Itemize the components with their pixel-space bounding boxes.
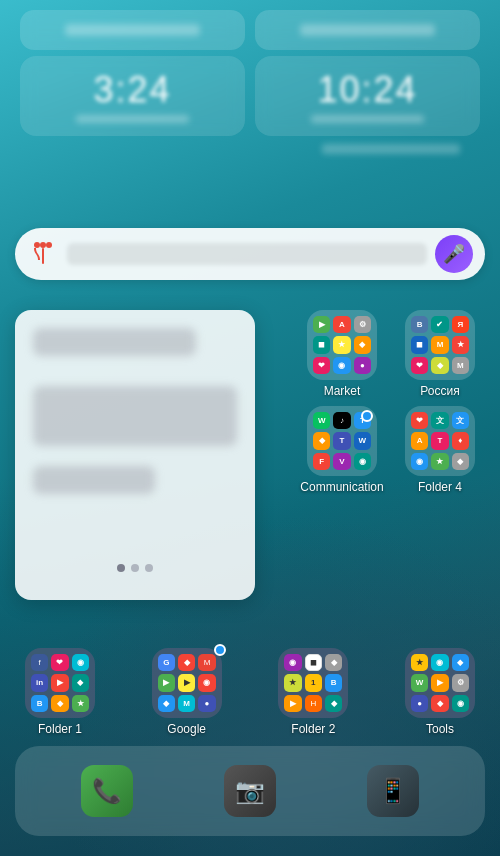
folder-1[interactable]: f ❤ ◉ in ▶ ◆ B ◆ ★ Folder 1 bbox=[15, 648, 105, 736]
clock-label-left bbox=[76, 115, 189, 123]
svg-rect-3 bbox=[42, 248, 44, 264]
dock-phone-icon: 📞 bbox=[81, 765, 133, 817]
folder-russia[interactable]: В ✔ Я ◼ М ★ ❤ ◆ М Россия bbox=[395, 310, 485, 398]
dot-3 bbox=[145, 564, 153, 572]
dot-1 bbox=[117, 564, 125, 572]
blurred-mid bbox=[33, 386, 237, 446]
folder-1-label: Folder 1 bbox=[38, 722, 82, 736]
top-widgets-area: 3:24 10:24 bbox=[0, 0, 500, 220]
card-dots bbox=[33, 564, 237, 582]
widget-row-top bbox=[20, 10, 480, 50]
dock-item-camera[interactable]: 📷 bbox=[224, 765, 276, 817]
notification-dot bbox=[361, 410, 373, 422]
folder-1-icon: f ❤ ◉ in ▶ ◆ B ◆ ★ bbox=[25, 648, 95, 718]
bottom-folders: f ❤ ◉ in ▶ ◆ B ◆ ★ Folder 1 G ◆ M ▶ ▶ ◉ … bbox=[15, 648, 485, 736]
widget-text-blur2 bbox=[300, 24, 435, 36]
folder-tools-icon: ★ ◉ ◆ W ▶ ⚙ ● ◆ ◉ bbox=[405, 648, 475, 718]
clock-left: 3:24 bbox=[20, 56, 245, 136]
folder-2-icon: ◉ ◼ ◆ ★ 1 B ▶ H ◆ bbox=[278, 648, 348, 718]
app-icon-fork bbox=[27, 238, 59, 270]
svg-point-1 bbox=[40, 242, 46, 248]
folder-communication-label: Communication bbox=[300, 480, 383, 494]
folder-communication-icon: W ♪ T ◆ T W F V ◉ bbox=[307, 406, 377, 476]
folder-market-label: Market bbox=[324, 384, 361, 398]
folder-tools-label: Tools bbox=[426, 722, 454, 736]
svg-point-2 bbox=[46, 242, 52, 248]
folder-communication[interactable]: W ♪ T ◆ T W F V ◉ Communication bbox=[297, 406, 387, 494]
mic-button[interactable]: 🎤 bbox=[435, 235, 473, 273]
dock-item-phone[interactable]: 📞 bbox=[81, 765, 133, 817]
search-bar[interactable]: 🎤 bbox=[15, 228, 485, 280]
widget-text-blur bbox=[65, 24, 200, 36]
dock-phone2-icon: 📱 bbox=[367, 765, 419, 817]
blurred-title bbox=[33, 328, 196, 356]
dock-item-phone-2[interactable]: 📱 bbox=[367, 765, 419, 817]
folder-google-icon: G ◆ M ▶ ▶ ◉ ◆ M ● bbox=[152, 648, 222, 718]
folder-tools[interactable]: ★ ◉ ◆ W ▶ ⚙ ● ◆ ◉ Tools bbox=[395, 648, 485, 736]
folder-4-label: Folder 4 bbox=[418, 480, 462, 494]
folder-russia-icon: В ✔ Я ◼ М ★ ❤ ◆ М bbox=[405, 310, 475, 380]
dock-camera-icon: 📷 bbox=[224, 765, 276, 817]
search-input[interactable] bbox=[67, 243, 427, 265]
clock-row: 3:24 10:24 bbox=[20, 56, 480, 136]
folder-2[interactable]: ◉ ◼ ◆ ★ 1 B ▶ H ◆ Folder 2 bbox=[268, 648, 358, 736]
folder-market-icon: ▶ A ⚙ ◼ ★ ◆ ❤ ◉ ● bbox=[307, 310, 377, 380]
svg-point-0 bbox=[34, 242, 40, 248]
folder-russia-label: Россия bbox=[420, 384, 459, 398]
widget-right bbox=[255, 10, 480, 50]
dock: 📞 📷 📱 bbox=[15, 746, 485, 836]
folder-4-icon: ❤ 文 文 A T ♦ ◉ ★ ◆ bbox=[405, 406, 475, 476]
folder-google[interactable]: G ◆ M ▶ ▶ ◉ ◆ M ● Google bbox=[142, 648, 232, 736]
date-label bbox=[322, 144, 460, 154]
folder-row-2: W ♪ T ◆ T W F V ◉ Communication ❤ bbox=[265, 406, 485, 494]
clock-time-left: 3:24 bbox=[93, 69, 171, 111]
dot-2 bbox=[131, 564, 139, 572]
blurred-card bbox=[15, 310, 255, 600]
blurred-bottom bbox=[33, 466, 155, 494]
folder-market[interactable]: ▶ A ⚙ ◼ ★ ◆ ❤ ◉ ● Market bbox=[297, 310, 387, 398]
folder-row-1: ▶ A ⚙ ◼ ★ ◆ ❤ ◉ ● Market В ✔ Я ◼ М ★ ❤ ◆ bbox=[265, 310, 485, 398]
folder-google-label: Google bbox=[167, 722, 206, 736]
widget-left bbox=[20, 10, 245, 50]
clock-right: 10:24 bbox=[255, 56, 480, 136]
folder-2-label: Folder 2 bbox=[291, 722, 335, 736]
mic-icon: 🎤 bbox=[443, 243, 465, 265]
clock-label-right bbox=[311, 115, 424, 123]
folder-4[interactable]: ❤ 文 文 A T ♦ ◉ ★ ◆ Folder 4 bbox=[395, 406, 485, 494]
google-notif-dot bbox=[214, 644, 226, 656]
clock-time-right: 10:24 bbox=[317, 69, 417, 111]
app-grid-right: ▶ A ⚙ ◼ ★ ◆ ❤ ◉ ● Market В ✔ Я ◼ М ★ ❤ ◆ bbox=[265, 310, 485, 494]
